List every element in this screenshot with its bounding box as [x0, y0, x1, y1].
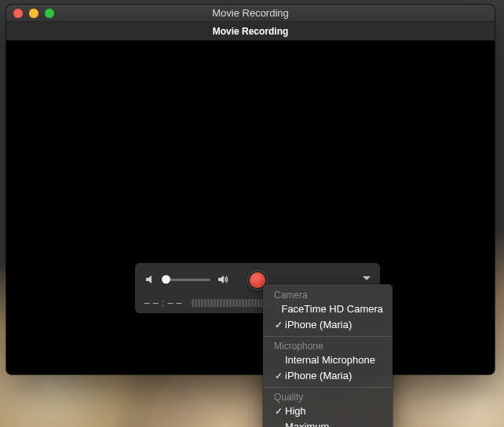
check-icon: ✓: [274, 369, 283, 383]
level-meter-bar: [239, 299, 241, 307]
quicktime-window: Movie Recording Movie Recording: [6, 5, 495, 374]
menu-item[interactable]: Internal Microphone: [263, 352, 393, 368]
level-meter-bar: [214, 299, 216, 307]
level-meter-bar: [236, 299, 238, 307]
menu-item[interactable]: ✓iPhone (Maria): [263, 317, 393, 333]
document-title-bar: Movie Recording: [6, 22, 495, 41]
window-titlebar[interactable]: Movie Recording: [6, 5, 495, 22]
level-meter-bar: [245, 299, 247, 307]
menu-item-label: Maximum: [285, 420, 329, 427]
close-window-button[interactable]: [13, 9, 23, 18]
menu-item[interactable]: FaceTime HD Camera: [263, 301, 393, 317]
traffic-lights: [6, 9, 54, 18]
level-meter-bar: [201, 299, 203, 307]
menu-heading: Camera: [263, 289, 393, 301]
menu-item[interactable]: Maximum: [263, 419, 393, 427]
level-meter-bar: [195, 299, 197, 307]
menu-item-label: iPhone (Maria): [285, 318, 352, 332]
menu-item-label: FaceTime HD Camera: [281, 302, 383, 316]
level-meter-bar: [254, 299, 257, 307]
level-meter-bar: [220, 299, 222, 307]
speaker-high-icon: [217, 273, 229, 286]
menu-section: CameraFaceTime HD Camera✓iPhone (Maria): [263, 287, 393, 334]
menu-heading: Quality: [263, 391, 393, 403]
menu-section: MicrophoneInternal Microphone✓iPhone (Ma…: [263, 336, 393, 385]
menu-item[interactable]: ✓High: [263, 403, 393, 419]
level-meter-bar: [192, 299, 194, 307]
window-title: Movie Recording: [6, 5, 495, 22]
level-meter-bar: [229, 299, 232, 307]
level-meter-bar: [207, 299, 210, 307]
level-meter-bar: [210, 299, 213, 307]
menu-item[interactable]: ✓iPhone (Maria): [263, 368, 393, 384]
level-meter-bar: [226, 299, 228, 307]
level-meter-bar: [242, 299, 244, 307]
elapsed-time: – – : – –: [144, 297, 184, 308]
check-icon: ✓: [274, 404, 283, 418]
level-meter-bar: [251, 299, 254, 307]
recording-options-button[interactable]: [361, 274, 372, 282]
check-icon: ✓: [274, 318, 283, 332]
level-meter-bar: [223, 299, 225, 307]
level-meter-bar: [204, 299, 206, 307]
zoom-window-button[interactable]: [45, 9, 54, 18]
menu-item-label: High: [285, 404, 306, 418]
level-meter-bar: [198, 299, 200, 307]
menu-item-label: iPhone (Maria): [285, 369, 352, 383]
level-meter-bar: [217, 299, 219, 307]
menu-section: Quality✓HighMaximum: [263, 387, 393, 427]
volume-slider-thumb[interactable]: [162, 276, 170, 284]
speaker-low-icon: [144, 273, 157, 286]
minimize-window-button[interactable]: [29, 9, 38, 18]
menu-heading: Microphone: [263, 340, 393, 352]
video-preview: [6, 41, 495, 374]
level-meter-bar: [232, 299, 235, 307]
menu-item-label: Internal Microphone: [285, 353, 375, 367]
volume-slider[interactable]: [163, 279, 210, 281]
recording-options-menu: CameraFaceTime HD Camera✓iPhone (Maria)M…: [263, 284, 393, 427]
level-meter-bar: [257, 299, 260, 307]
document-title: Movie Recording: [213, 26, 289, 37]
level-meter-bar: [248, 299, 250, 307]
